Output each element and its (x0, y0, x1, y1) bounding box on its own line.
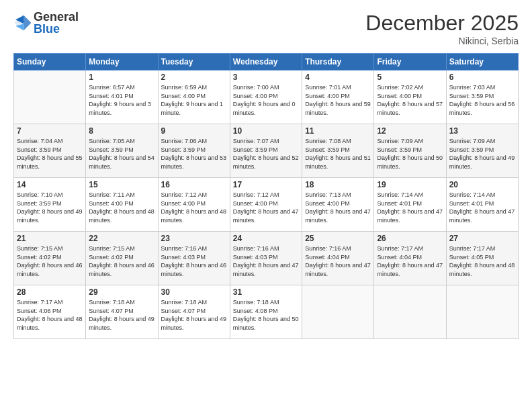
day-cell: 24 Sunrise: 7:16 AMSunset: 4:03 PMDaylig… (230, 232, 302, 285)
day-cell: 9 Sunrise: 7:06 AMSunset: 3:59 PMDayligh… (158, 124, 230, 178)
day-info: Sunrise: 7:14 AMSunset: 4:01 PMDaylight:… (449, 191, 515, 224)
day-number: 21 (17, 234, 83, 243)
day-number: 11 (305, 126, 371, 136)
day-cell: 7 Sunrise: 7:04 AMSunset: 3:59 PMDayligh… (14, 124, 86, 178)
day-cell: 29 Sunrise: 7:18 AMSunset: 4:07 PMDaylig… (86, 285, 158, 339)
day-cell: 18 Sunrise: 7:13 AMSunset: 4:00 PMDaylig… (302, 178, 374, 232)
day-number: 28 (17, 287, 83, 297)
day-number: 7 (17, 126, 83, 136)
day-cell (14, 71, 86, 124)
day-cell: 22 Sunrise: 7:15 AMSunset: 4:02 PMDaylig… (86, 232, 158, 285)
month-title: December 2025 (365, 11, 519, 36)
day-cell: 16 Sunrise: 7:12 AMSunset: 4:00 PMDaylig… (158, 178, 230, 232)
day-cell: 2 Sunrise: 6:59 AMSunset: 4:00 PMDayligh… (158, 71, 230, 124)
day-number: 30 (161, 287, 227, 297)
day-info: Sunrise: 7:10 AMSunset: 3:59 PMDaylight:… (17, 191, 83, 224)
day-number: 1 (89, 73, 154, 82)
day-info: Sunrise: 7:18 AMSunset: 4:07 PMDaylight:… (89, 298, 154, 332)
day-cell: 6 Sunrise: 7:03 AMSunset: 3:59 PMDayligh… (446, 71, 518, 124)
logo-icon (13, 13, 32, 32)
page: General Blue December 2025 Nikinci, Serb… (0, 0, 532, 411)
day-number: 9 (161, 126, 227, 136)
day-cell: 13 Sunrise: 7:09 AMSunset: 3:59 PMDaylig… (446, 124, 518, 178)
day-cell (374, 285, 446, 339)
day-cell: 19 Sunrise: 7:14 AMSunset: 4:01 PMDaylig… (374, 178, 446, 232)
day-number: 10 (233, 126, 299, 136)
day-number: 22 (89, 234, 154, 243)
day-info: Sunrise: 7:17 AMSunset: 4:05 PMDaylight:… (449, 244, 515, 278)
day-number: 25 (305, 234, 371, 243)
day-cell: 8 Sunrise: 7:05 AMSunset: 3:59 PMDayligh… (86, 124, 158, 178)
day-info: Sunrise: 7:11 AMSunset: 4:00 PMDaylight:… (89, 191, 154, 224)
day-number: 24 (233, 234, 299, 243)
day-number: 14 (17, 180, 83, 189)
day-number: 26 (377, 234, 443, 243)
day-cell: 27 Sunrise: 7:17 AMSunset: 4:05 PMDaylig… (446, 232, 518, 285)
week-row-3: 14 Sunrise: 7:10 AMSunset: 3:59 PMDaylig… (14, 178, 519, 232)
day-info: Sunrise: 7:12 AMSunset: 4:00 PMDaylight:… (161, 191, 227, 224)
day-number: 29 (89, 287, 154, 297)
day-info: Sunrise: 7:14 AMSunset: 4:01 PMDaylight:… (377, 191, 443, 224)
day-number: 15 (89, 180, 154, 189)
day-cell: 4 Sunrise: 7:01 AMSunset: 4:00 PMDayligh… (302, 71, 374, 124)
day-cell: 14 Sunrise: 7:10 AMSunset: 3:59 PMDaylig… (14, 178, 86, 232)
day-info: Sunrise: 7:12 AMSunset: 4:00 PMDaylight:… (233, 191, 299, 224)
day-info: Sunrise: 7:16 AMSunset: 4:03 PMDaylight:… (233, 244, 299, 278)
day-cell: 11 Sunrise: 7:08 AMSunset: 3:59 PMDaylig… (302, 124, 374, 178)
day-cell: 10 Sunrise: 7:07 AMSunset: 3:59 PMDaylig… (230, 124, 302, 178)
day-number: 4 (305, 73, 371, 82)
week-row-2: 7 Sunrise: 7:04 AMSunset: 3:59 PMDayligh… (14, 124, 519, 178)
day-info: Sunrise: 7:00 AMSunset: 4:00 PMDaylight:… (233, 83, 299, 117)
day-number: 13 (449, 126, 515, 136)
day-cell: 23 Sunrise: 7:16 AMSunset: 4:03 PMDaylig… (158, 232, 230, 285)
day-cell: 12 Sunrise: 7:09 AMSunset: 3:59 PMDaylig… (374, 124, 446, 178)
title-area: December 2025 Nikinci, Serbia (365, 11, 519, 46)
day-number: 19 (377, 180, 443, 189)
week-row-1: 1 Sunrise: 6:57 AMSunset: 4:01 PMDayligh… (14, 71, 519, 124)
day-number: 17 (233, 180, 299, 189)
day-cell: 31 Sunrise: 7:18 AMSunset: 4:08 PMDaylig… (230, 285, 302, 339)
day-info: Sunrise: 7:08 AMSunset: 3:59 PMDaylight:… (305, 137, 371, 171)
day-cell: 25 Sunrise: 7:16 AMSunset: 4:04 PMDaylig… (302, 232, 374, 285)
day-number: 20 (449, 180, 515, 189)
day-cell: 5 Sunrise: 7:02 AMSunset: 4:00 PMDayligh… (374, 71, 446, 124)
day-info: Sunrise: 7:15 AMSunset: 4:02 PMDaylight:… (17, 244, 83, 278)
day-info: Sunrise: 7:04 AMSunset: 3:59 PMDaylight:… (17, 137, 83, 171)
day-number: 5 (377, 73, 443, 82)
day-info: Sunrise: 6:57 AMSunset: 4:01 PMDaylight:… (89, 83, 154, 117)
day-cell: 28 Sunrise: 7:17 AMSunset: 4:06 PMDaylig… (14, 285, 86, 339)
day-number: 12 (377, 126, 443, 136)
day-info: Sunrise: 7:06 AMSunset: 3:59 PMDaylight:… (161, 137, 227, 171)
day-cell: 17 Sunrise: 7:12 AMSunset: 4:00 PMDaylig… (230, 178, 302, 232)
day-info: Sunrise: 7:09 AMSunset: 3:59 PMDaylight:… (449, 137, 515, 171)
day-cell: 30 Sunrise: 7:18 AMSunset: 4:07 PMDaylig… (158, 285, 230, 339)
day-info: Sunrise: 7:18 AMSunset: 4:07 PMDaylight:… (161, 298, 227, 332)
day-info: Sunrise: 7:16 AMSunset: 4:03 PMDaylight:… (161, 244, 227, 278)
week-row-5: 28 Sunrise: 7:17 AMSunset: 4:06 PMDaylig… (14, 285, 519, 339)
day-info: Sunrise: 7:17 AMSunset: 4:06 PMDaylight:… (17, 298, 83, 332)
col-tuesday: Tuesday (158, 54, 230, 71)
day-info: Sunrise: 7:02 AMSunset: 4:00 PMDaylight:… (377, 83, 443, 117)
location: Nikinci, Serbia (365, 36, 519, 46)
header: General Blue December 2025 Nikinci, Serb… (13, 11, 519, 46)
col-saturday: Saturday (446, 54, 518, 71)
day-info: Sunrise: 7:13 AMSunset: 4:00 PMDaylight:… (305, 191, 371, 224)
day-cell: 1 Sunrise: 6:57 AMSunset: 4:01 PMDayligh… (86, 71, 158, 124)
day-info: Sunrise: 7:03 AMSunset: 3:59 PMDaylight:… (449, 83, 515, 117)
day-number: 23 (161, 234, 227, 243)
day-number: 16 (161, 180, 227, 189)
day-number: 31 (233, 287, 299, 297)
day-info: Sunrise: 7:09 AMSunset: 3:59 PMDaylight:… (377, 137, 443, 171)
svg-marker-1 (24, 15, 32, 30)
col-monday: Monday (86, 54, 158, 71)
calendar-table: Sunday Monday Tuesday Wednesday Thursday… (13, 53, 519, 339)
day-cell: 3 Sunrise: 7:00 AMSunset: 4:00 PMDayligh… (230, 71, 302, 124)
day-number: 8 (89, 126, 154, 136)
day-number: 6 (449, 73, 515, 82)
day-cell (446, 285, 518, 339)
day-info: Sunrise: 7:16 AMSunset: 4:04 PMDaylight:… (305, 244, 371, 278)
day-info: Sunrise: 7:01 AMSunset: 4:00 PMDaylight:… (305, 83, 371, 117)
logo: General Blue (13, 11, 79, 35)
day-number: 18 (305, 180, 371, 189)
day-number: 2 (161, 73, 227, 82)
